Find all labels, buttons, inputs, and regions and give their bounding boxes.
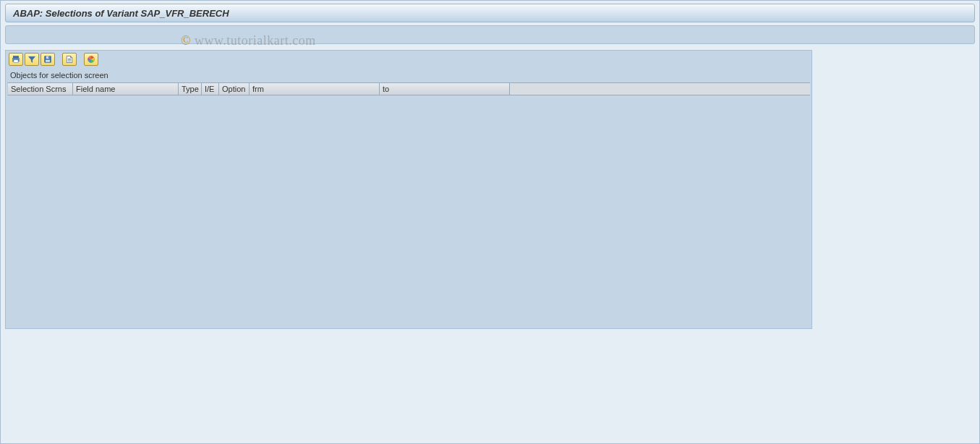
svg-rect-0 [13, 56, 19, 59]
svg-rect-5 [48, 56, 49, 58]
side-panel [812, 50, 975, 329]
print-icon [12, 55, 20, 64]
grid-body [7, 95, 810, 328]
app-frame: ABAP: Selections of Variant SAP_VFR_BERE… [0, 0, 980, 444]
filter-button[interactable] [25, 53, 39, 66]
save-button[interactable] [41, 53, 55, 66]
color-icon [87, 55, 95, 64]
col-header-type[interactable]: Type [179, 83, 202, 95]
grid-header: Selection Scrns Field name Type I/E Opti… [7, 82, 810, 95]
filter-icon [27, 55, 36, 64]
page-button[interactable] [62, 53, 77, 66]
title-bar: ABAP: Selections of Variant SAP_VFR_BERE… [5, 4, 975, 22]
below-area [1, 333, 979, 426]
content-wrap: Objects for selection screen Selection S… [5, 50, 975, 329]
grid: Selection Scrns Field name Type I/E Opti… [7, 82, 810, 328]
save-icon [43, 55, 52, 64]
page-title: ABAP: Selections of Variant SAP_VFR_BERE… [13, 8, 229, 19]
col-header-field[interactable]: Field name [73, 83, 179, 95]
col-header-option[interactable]: Option [219, 83, 250, 95]
print-button[interactable] [9, 53, 23, 66]
subtitle-bar [5, 25, 975, 44]
col-header-selection[interactable]: Selection Scrns [8, 83, 73, 95]
page-icon [65, 55, 74, 64]
svg-rect-6 [46, 60, 50, 62]
color-button[interactable] [84, 53, 98, 66]
svg-rect-2 [14, 60, 18, 63]
col-header-ie[interactable]: I/E [202, 83, 219, 95]
section-label: Objects for selection screen [6, 68, 811, 82]
toolbar [6, 51, 811, 68]
col-header-frm[interactable]: frm [250, 83, 380, 95]
col-header-to[interactable]: to [380, 83, 510, 95]
main-panel: Objects for selection screen Selection S… [5, 50, 812, 329]
